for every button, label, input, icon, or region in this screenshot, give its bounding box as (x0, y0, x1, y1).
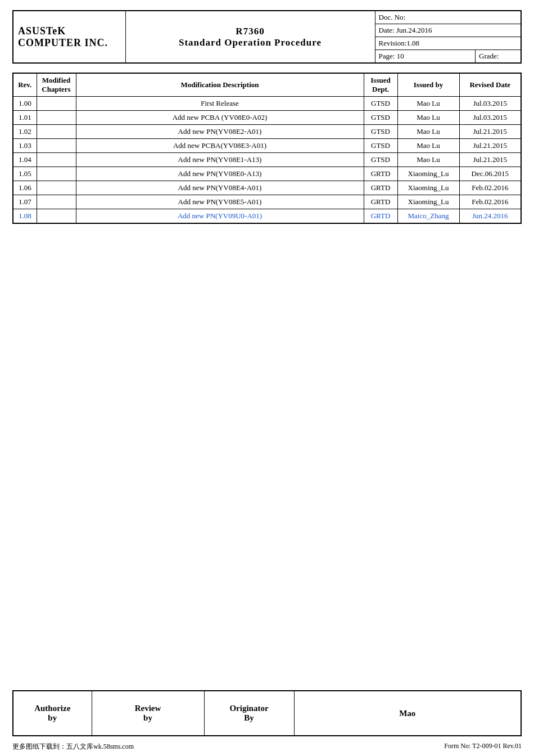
doc-title-line1: R7360 (236, 26, 264, 37)
grade-label: Grade: (479, 52, 499, 60)
cell-rev: 1.07 (13, 195, 37, 209)
header-right-cell: Doc. No: Date: Jun.24.2016 Revision:1.08… (375, 11, 521, 63)
cell-revised: Jul.03.2015 (459, 111, 521, 125)
cell-rev: 1.04 (13, 153, 37, 167)
cell-revised: Jul.21.2015 (459, 153, 521, 167)
date-row: Date: Jun.24.2016 (375, 24, 521, 37)
cell-desc: Add new PN(YV08E5-A01) (76, 195, 364, 209)
cell-rev: 1.05 (13, 167, 37, 181)
cell-dept: GTSD (364, 125, 397, 139)
cell-desc: Add new PN(YV08E1-A13) (76, 153, 364, 167)
cell-desc: Add new PN(YV08E4-A01) (76, 181, 364, 195)
doc-title-line2: Standard Operation Procedure (179, 37, 322, 48)
cell-rev: 1.01 (13, 111, 37, 125)
revision-label: Revision: (379, 39, 407, 47)
table-row: 1.08Add new PN(YV09U0-A01)GRTDMaico_Zhan… (13, 209, 521, 224)
cell-mod (37, 139, 76, 153)
cell-issued: Xiaoming_Lu (397, 181, 459, 195)
header-table: ASUSTeK COMPUTER INC. R7360 Standard Ope… (12, 10, 522, 64)
page-label: Page: (379, 52, 395, 60)
cell-issued: Mao Lu (397, 139, 459, 153)
cell-mod (37, 209, 76, 224)
page-value: 10 (397, 52, 404, 60)
revision-table: Rev. ModifiedChapters Modification Descr… (12, 73, 522, 224)
cell-revised: Jul.21.2015 (459, 125, 521, 139)
revision-tbody: 1.00First ReleaseGTSDMao LuJul.03.20151.… (13, 97, 521, 224)
cell-revised: Jun.24.2016 (459, 209, 521, 224)
cell-desc: First Release (76, 97, 364, 111)
cell-mod (37, 97, 76, 111)
table-row: 1.01Add new PCBA (YV08E0-A02)GTSDMao LuJ… (13, 111, 521, 125)
cell-revised: Jul.21.2015 (459, 139, 521, 153)
page-grade-row: Page: 10 Grade: (375, 50, 521, 62)
date-label: Date: (379, 26, 395, 34)
cell-dept: GRTD (364, 209, 397, 224)
bottom-left-text: 更多图纸下载到：五八文库wk.58sms.com (12, 742, 134, 752)
footer-row: Authorizeby Reviewby OriginatorBy Mao (13, 691, 521, 736)
table-row: 1.03Add new PCBA(YV08E3-A01)GTSDMao LuJu… (13, 139, 521, 153)
page-wrapper: ASUSTeK COMPUTER INC. R7360 Standard Ope… (0, 0, 534, 690)
cell-issued: Xiaoming_Lu (397, 167, 459, 181)
cell-revised: Feb.02.2016 (459, 181, 521, 195)
col-header-rev: Rev. (13, 73, 37, 97)
revision-row: Revision:1.08 (375, 37, 521, 50)
cell-desc: Add new PCBA(YV08E3-A01) (76, 139, 364, 153)
cell-desc: Add new PN(YV08E0-A13) (76, 167, 364, 181)
cell-desc: Add new PN(YV08E2-A01) (76, 125, 364, 139)
doc-no-label: Doc. No: (379, 13, 406, 21)
col-header-desc: Modification Description (76, 73, 364, 97)
cell-mod (37, 125, 76, 139)
table-row: 1.06Add new PN(YV08E4-A01)GRTDXiaoming_L… (13, 181, 521, 195)
bottom-bar: 更多图纸下载到：五八文库wk.58sms.com Form No: T2-009… (0, 739, 534, 756)
cell-dept: GRTD (364, 167, 397, 181)
review-by-cell: Reviewby (92, 691, 204, 736)
date-value: Jun.24.2016 (396, 26, 432, 34)
table-row: 1.05Add new PN(YV08E0-A13)GRTDXiaoming_L… (13, 167, 521, 181)
bottom-right-text: Form No: T2-009-01 Rev.01 (444, 742, 522, 752)
cell-issued: Xiaoming_Lu (397, 195, 459, 209)
cell-dept: GTSD (364, 111, 397, 125)
company-name: ASUSTeK COMPUTER INC. (13, 11, 125, 63)
cell-rev: 1.02 (13, 125, 37, 139)
doc-no-row: Doc. No: (375, 11, 521, 24)
table-row: 1.04Add new PN(YV08E1-A13)GTSDMao LuJul.… (13, 153, 521, 167)
cell-rev: 1.08 (13, 209, 37, 224)
cell-dept: GRTD (364, 195, 397, 209)
cell-mod (37, 195, 76, 209)
cell-dept: GTSD (364, 97, 397, 111)
cell-mod (37, 153, 76, 167)
table-row: 1.07Add new PN(YV08E5-A01)GRTDXiaoming_L… (13, 195, 521, 209)
originator-by-cell: OriginatorBy (204, 691, 294, 736)
cell-issued: Maico_Zhang (397, 209, 459, 224)
cell-issued: Mao Lu (397, 97, 459, 111)
col-header-revised: Revised Date (459, 73, 521, 97)
authorize-by-cell: Authorizeby (13, 691, 92, 736)
col-header-dept: IssuedDept. (364, 73, 397, 97)
cell-desc: Add new PCBA (YV08E0-A02) (76, 111, 364, 125)
col-header-modified: ModifiedChapters (37, 73, 76, 97)
cell-issued: Mao Lu (397, 153, 459, 167)
table-row: 1.00First ReleaseGTSDMao LuJul.03.2015 (13, 97, 521, 111)
table-row: 1.02Add new PN(YV08E2-A01)GTSDMao LuJul.… (13, 125, 521, 139)
grade-cell: Grade: (476, 50, 521, 62)
table-header-row: Rev. ModifiedChapters Modification Descr… (13, 73, 521, 97)
footer-table: Authorizeby Reviewby OriginatorBy Mao (12, 690, 522, 736)
revision-value: 1.08 (406, 39, 419, 47)
cell-issued: Mao Lu (397, 111, 459, 125)
mao-cell: Mao (294, 691, 521, 736)
cell-rev: 1.06 (13, 181, 37, 195)
page-cell: Page: 10 (375, 50, 476, 62)
cell-desc: Add new PN(YV09U0-A01) (76, 209, 364, 224)
cell-rev: 1.00 (13, 97, 37, 111)
col-header-issued: Issued by (397, 73, 459, 97)
cell-mod (37, 181, 76, 195)
footer-area: Authorizeby Reviewby OriginatorBy Mao (0, 690, 534, 736)
cell-rev: 1.03 (13, 139, 37, 153)
cell-revised: Dec.06.2015 (459, 167, 521, 181)
main-content (12, 224, 522, 690)
doc-title: R7360 Standard Operation Procedure (125, 11, 375, 63)
cell-issued: Mao Lu (397, 125, 459, 139)
cell-dept: GTSD (364, 153, 397, 167)
cell-dept: GTSD (364, 139, 397, 153)
cell-revised: Jul.03.2015 (459, 97, 521, 111)
